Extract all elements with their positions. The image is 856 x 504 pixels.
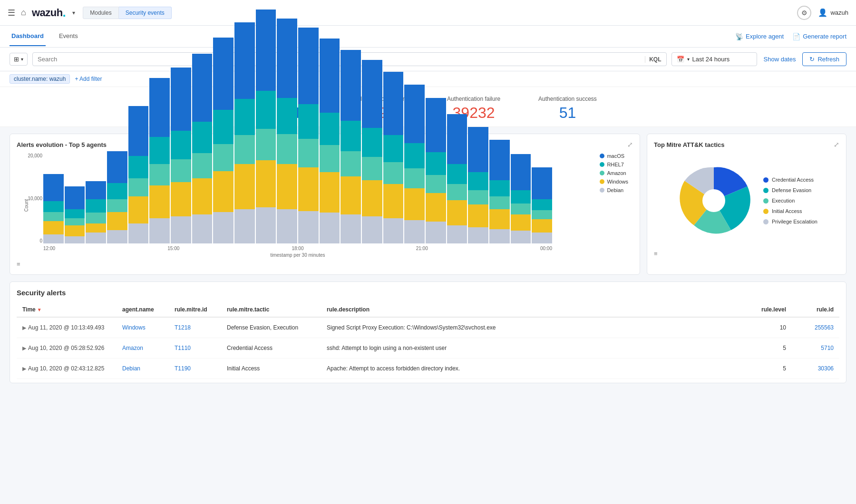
bar-segment: [426, 193, 446, 222]
bar-group[interactable]: [532, 167, 552, 243]
mitre-tactics-expand-icon[interactable]: ⤢: [834, 141, 839, 148]
bar-group[interactable]: [277, 19, 297, 243]
bar-segment: [192, 214, 213, 243]
bar-group[interactable]: [149, 78, 170, 243]
bar-segment: [468, 190, 488, 204]
td-mitre-id[interactable]: T1190: [175, 365, 227, 372]
bar-group[interactable]: [426, 98, 446, 243]
search-filter-btn[interactable]: ⊞ ▾: [10, 53, 28, 66]
tab-dashboard[interactable]: Dashboard: [10, 27, 46, 46]
chart-legend: macOS RHEL7 Amazon Windows Debian: [600, 153, 628, 193]
generate-report-button[interactable]: 📄 Generate report: [792, 33, 846, 40]
td-mitre-tactic: Defense Evasion, Execution: [227, 324, 327, 331]
brand-dropdown-icon[interactable]: ▾: [72, 10, 75, 16]
bar-segment: [447, 114, 467, 164]
bar-group[interactable]: [107, 151, 127, 243]
th-agent[interactable]: agent.name: [122, 306, 175, 313]
alerts-evolution-expand-icon[interactable]: ⤢: [627, 141, 633, 148]
settings-button[interactable]: ⚙: [797, 6, 811, 20]
refresh-label: Refresh: [817, 56, 839, 63]
bar-segment: [340, 176, 361, 214]
bar-group[interactable]: [404, 85, 425, 243]
bar-segment: [511, 214, 531, 231]
th-rule-id[interactable]: rule.id: [786, 306, 834, 313]
bar-segment: [340, 214, 361, 243]
bar-segment: [213, 38, 233, 110]
hamburger-icon[interactable]: ☰: [8, 8, 15, 18]
td-rule-id[interactable]: 30306: [786, 365, 834, 372]
bar-segment: [192, 54, 213, 122]
table-row[interactable]: ▶ Aug 10, 2020 @ 02:43:12.825 Debian T11…: [17, 359, 839, 379]
chart-table-icon[interactable]: ≡: [17, 261, 633, 268]
bar-group[interactable]: [320, 39, 340, 243]
user-menu[interactable]: 👤 wazuh: [818, 8, 848, 17]
bar-group[interactable]: [362, 60, 382, 243]
row-expand-icon[interactable]: ▶: [22, 345, 26, 351]
th-mitre-tactic[interactable]: rule.mitre.tactic: [227, 306, 327, 313]
refresh-button[interactable]: ↻ Refresh: [802, 52, 846, 66]
row-expand-icon[interactable]: ▶: [22, 325, 26, 331]
bar-group[interactable]: [447, 114, 467, 243]
bar-group[interactable]: [213, 38, 233, 243]
bar-segment: [213, 212, 233, 244]
stat-auth-failure-label: Authentication failure: [447, 96, 500, 102]
bar-group[interactable]: [511, 154, 531, 243]
bar-group[interactable]: [128, 106, 149, 243]
bar-group[interactable]: [192, 54, 213, 243]
td-rule-id[interactable]: 255563: [786, 324, 834, 331]
bar-group[interactable]: [383, 72, 404, 243]
bar-group[interactable]: [65, 186, 85, 243]
td-rule-id[interactable]: 5710: [786, 345, 834, 351]
table-row[interactable]: ▶ Aug 11, 2020 @ 10:13:49.493 Windows T1…: [17, 318, 839, 338]
bar-segment: [86, 199, 106, 213]
bar-group[interactable]: [256, 10, 276, 243]
bar-segment: [107, 230, 127, 244]
explore-agent-button[interactable]: 📡 Explore agent: [735, 33, 784, 40]
bar-group[interactable]: [86, 181, 106, 243]
bar-segment: [340, 151, 361, 176]
add-filter-button[interactable]: + Add filter: [75, 76, 102, 82]
bar-group[interactable]: [43, 174, 64, 243]
bar-segment: [468, 172, 488, 190]
pie-table-icon[interactable]: ≡: [654, 250, 839, 257]
row-expand-icon[interactable]: ▶: [22, 366, 26, 372]
bar-segment: [43, 212, 64, 221]
th-mitre-id[interactable]: rule.mitre.id: [175, 306, 227, 313]
kql-badge[interactable]: KQL: [645, 56, 661, 63]
bar-segment: [128, 223, 149, 243]
time-picker[interactable]: 📅 ▾ Last 24 hours: [671, 52, 757, 66]
th-time[interactable]: Time ▼: [22, 306, 122, 313]
bar-segment: [532, 219, 552, 233]
bar-group[interactable]: [298, 28, 319, 243]
bar-segment: [404, 220, 425, 243]
bar-segment: [298, 28, 319, 105]
bar-segment: [532, 233, 552, 243]
bar-segment: [65, 186, 85, 209]
tab-events[interactable]: Events: [57, 27, 80, 46]
th-level[interactable]: rule.level: [743, 306, 786, 313]
td-agent[interactable]: Amazon: [122, 345, 175, 351]
bar-group[interactable]: [340, 50, 361, 243]
generate-report-icon: 📄: [792, 33, 800, 40]
explore-agent-icon: 📡: [735, 33, 743, 40]
bar-group[interactable]: [171, 68, 191, 243]
bar-segment: [511, 204, 531, 214]
td-mitre-id[interactable]: T1110: [175, 345, 227, 351]
th-description[interactable]: rule.description: [327, 306, 743, 313]
stat-auth-success-label: Authentication success: [538, 96, 597, 102]
home-icon[interactable]: ⌂: [21, 8, 26, 18]
bar-group[interactable]: [234, 22, 255, 243]
bar-segment: [171, 159, 191, 182]
breadcrumb-modules[interactable]: Modules: [83, 7, 118, 19]
filter-tag[interactable]: cluster.name: wazuh: [10, 74, 70, 84]
breadcrumb-current[interactable]: Security events: [119, 7, 172, 19]
bar-group[interactable]: [468, 127, 488, 243]
bar-segment: [149, 137, 170, 164]
td-agent[interactable]: Debian: [122, 365, 175, 372]
td-mitre-id[interactable]: T1218: [175, 324, 227, 331]
bar-group[interactable]: [489, 140, 510, 243]
table-row[interactable]: ▶ Aug 10, 2020 @ 05:28:52.926 Amazon T11…: [17, 338, 839, 359]
show-dates-button[interactable]: Show dates: [762, 56, 798, 63]
bar-segment: [128, 196, 149, 223]
td-agent[interactable]: Windows: [122, 324, 175, 331]
